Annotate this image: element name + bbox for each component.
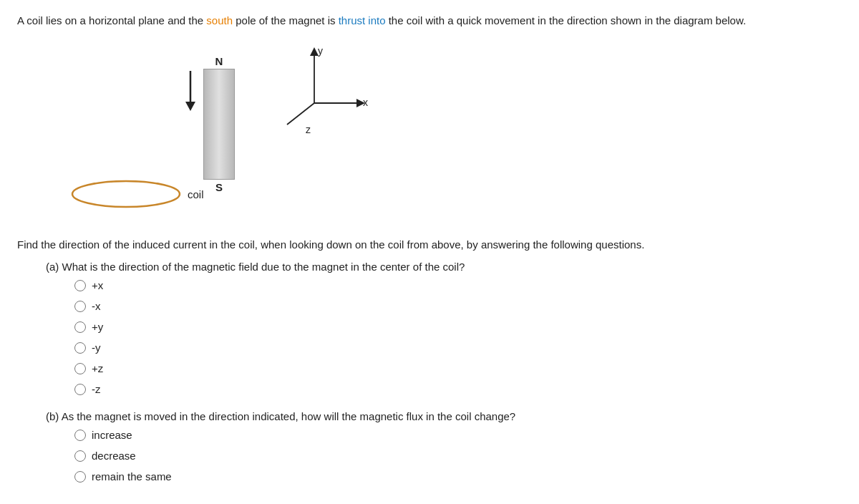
radio-increase[interactable] [74, 430, 86, 441]
option-remain-same-label: remain the same [92, 467, 172, 486]
svg-text:y: y [318, 46, 323, 57]
magnet-body [203, 69, 235, 180]
svg-marker-1 [185, 102, 195, 111]
intro-paragraph: A coil lies on a horizontal plane and th… [17, 13, 842, 29]
question-b-options: increase decrease remain the same [74, 425, 842, 486]
option-increase[interactable]: increase [74, 425, 842, 445]
radio-minus-y[interactable] [74, 342, 86, 354]
south-word: south [206, 14, 233, 26]
radio-plus-z[interactable] [74, 363, 86, 374]
option-increase-label: increase [92, 425, 132, 445]
svg-line-6 [287, 103, 314, 125]
svg-point-10 [72, 181, 180, 207]
radio-plus-x[interactable] [74, 280, 86, 291]
coil-container: coil [69, 178, 204, 210]
option-minus-y-label: -y [92, 338, 101, 357]
question-a-block: (a) What is the direction of the magneti… [46, 261, 842, 399]
magnet-label-s: S [215, 181, 223, 193]
axes-diagram: z y x [271, 46, 372, 141]
question-a-label: (a) What is the direction of the magneti… [46, 261, 842, 273]
option-plus-z[interactable]: +z [74, 359, 842, 378]
option-remain-same[interactable]: remain the same [74, 467, 842, 486]
option-plus-y-label: +y [92, 317, 103, 336]
thrust-word: thrust into [339, 14, 386, 26]
magnet-container: N S [203, 55, 235, 193]
magnet-movement-arrow [183, 69, 198, 115]
option-decrease[interactable]: decrease [74, 446, 842, 465]
radio-plus-y[interactable] [74, 321, 86, 333]
option-minus-y[interactable]: -y [74, 338, 842, 357]
option-plus-y[interactable]: +y [74, 317, 842, 336]
question-a-options: +x -x +y -y +z -z [74, 276, 842, 399]
svg-text:z: z [306, 124, 311, 135]
radio-minus-x[interactable] [74, 301, 86, 312]
svg-text:x: x [363, 97, 368, 108]
intro-text-between: pole of the magnet is [233, 14, 339, 26]
intro-text-after: the coil with a quick movement in the di… [386, 14, 747, 26]
option-minus-z[interactable]: -z [74, 379, 842, 399]
radio-remain-same[interactable] [74, 471, 86, 483]
option-plus-z-label: +z [92, 359, 103, 378]
intro-text-before-south: A coil lies on a horizontal plane and th… [17, 14, 206, 26]
option-plus-x[interactable]: +x [74, 276, 842, 295]
option-minus-x[interactable]: -x [74, 296, 842, 316]
option-minus-z-label: -z [92, 379, 101, 399]
option-minus-x-label: -x [92, 296, 101, 316]
option-decrease-label: decrease [92, 446, 136, 465]
option-plus-x-label: +x [92, 276, 103, 295]
coil-label: coil [188, 188, 204, 200]
question-b-block: (b) As the magnet is moved in the direct… [46, 410, 842, 486]
question-b-label: (b) As the magnet is moved in the direct… [46, 410, 842, 422]
radio-minus-z[interactable] [74, 384, 86, 395]
magnet-label-n: N [215, 55, 223, 67]
diagram-area: N S z y x coil [17, 42, 842, 193]
find-direction-text: Find the direction of the induced curren… [17, 236, 842, 254]
radio-decrease[interactable] [74, 450, 86, 462]
